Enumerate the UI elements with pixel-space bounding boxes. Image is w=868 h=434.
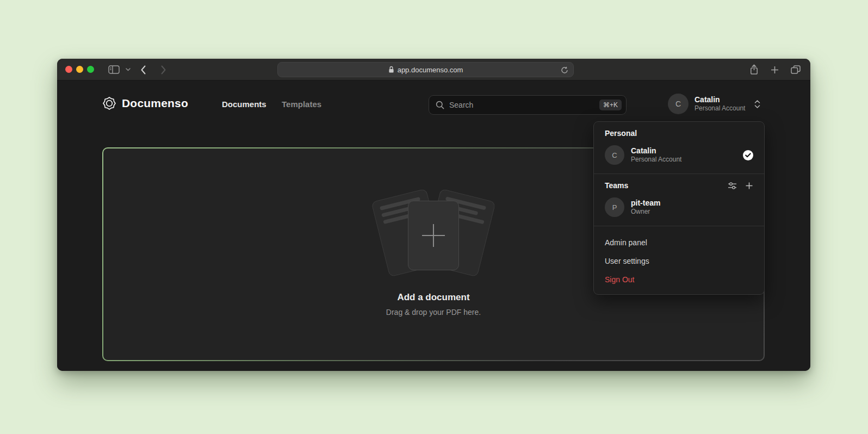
menu-item-sign-out[interactable]: Sign Out: [594, 270, 764, 289]
personal-section-heading: Personal: [605, 129, 753, 138]
chevron-right-icon: [160, 65, 166, 75]
personal-account-item[interactable]: C Catalin Personal Account: [605, 144, 753, 166]
dropzone-title: Add a document: [397, 292, 469, 303]
account-name: Catalin: [695, 95, 745, 105]
share-icon: [749, 64, 759, 75]
window-controls: [65, 66, 94, 73]
documenso-logo-icon: [102, 96, 116, 110]
sidebar-toggle-button[interactable]: [108, 59, 120, 80]
tabs-icon: [791, 65, 801, 74]
close-window-button[interactable]: [65, 66, 72, 73]
chevron-down-icon: [126, 68, 131, 71]
sidebar-icon: [108, 65, 120, 74]
search-input[interactable]: [449, 101, 599, 109]
brand-name: Documenso: [122, 97, 188, 110]
team-name: pit-team: [631, 198, 753, 208]
tab-overview-button[interactable]: [791, 59, 801, 80]
share-button[interactable]: [749, 59, 759, 80]
fullscreen-window-button[interactable]: [87, 66, 94, 73]
menu-item-admin-panel[interactable]: Admin panel: [594, 233, 764, 252]
toolbar-dropdown-button[interactable]: [126, 59, 131, 80]
sliders-icon: [728, 182, 737, 190]
create-team-button[interactable]: [745, 182, 753, 190]
search-shortcut-badge: ⌘+K: [599, 100, 622, 110]
manage-teams-button[interactable]: [728, 182, 737, 190]
add-document-card: [408, 201, 459, 270]
new-tab-button[interactable]: [771, 59, 779, 80]
chevron-up-down-icon: [754, 100, 760, 109]
browser-window: app.documenso.com: [57, 59, 810, 371]
minimize-window-button[interactable]: [76, 66, 83, 73]
team-item[interactable]: P pit-team Owner: [605, 196, 753, 219]
menu-divider: [594, 226, 764, 226]
nav-documents[interactable]: Documents: [222, 100, 266, 109]
search-box[interactable]: ⌘+K: [429, 95, 627, 115]
forward-button[interactable]: [160, 59, 166, 80]
team-avatar: P: [605, 197, 624, 217]
dropzone-subtitle: Drag & drop your PDF here.: [386, 308, 481, 317]
documenso-app: Documenso Documents Templates ⌘+K C Cata…: [57, 81, 810, 371]
brand: Documenso: [102, 96, 188, 110]
url-text: app.documenso.com: [398, 66, 463, 74]
document-stack-illustration: [371, 192, 496, 274]
personal-subtitle: Personal Account: [631, 156, 736, 164]
personal-avatar: C: [605, 145, 624, 165]
selected-check-icon: [743, 150, 753, 160]
personal-name: Catalin: [631, 146, 736, 156]
plus-icon: [771, 66, 779, 74]
menu-item-user-settings[interactable]: User settings: [594, 252, 764, 270]
account-dropdown-menu: Personal C Catalin Personal Account: [593, 121, 765, 295]
nav-templates[interactable]: Templates: [282, 100, 321, 109]
plus-icon: [421, 223, 446, 248]
toolbar-right-buttons: [749, 59, 801, 80]
browser-toolbar: app.documenso.com: [57, 59, 810, 80]
lock-icon: [388, 66, 394, 73]
teams-section-heading: Teams: [605, 181, 628, 190]
menu-divider: [594, 173, 764, 174]
address-bar[interactable]: app.documenso.com: [277, 62, 574, 77]
chevron-left-icon: [140, 65, 146, 75]
back-button[interactable]: [140, 59, 146, 80]
plus-icon: [745, 182, 753, 190]
search-icon: [436, 101, 444, 109]
reload-button[interactable]: [561, 66, 568, 74]
account-subtitle: Personal Account: [695, 104, 745, 113]
team-role: Owner: [631, 208, 753, 216]
account-menu-button[interactable]: C Catalin Personal Account: [668, 94, 760, 114]
account-avatar: C: [668, 94, 689, 114]
